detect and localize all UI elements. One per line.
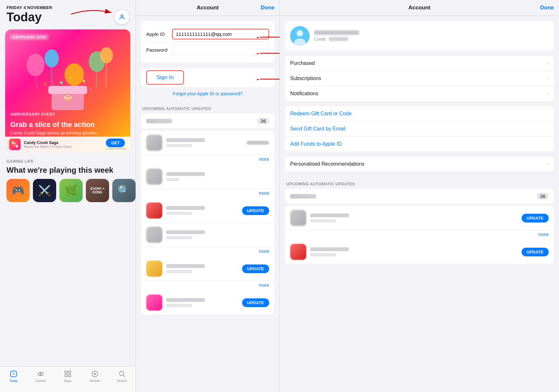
right-panel-content: Credit: Purchased › Subscriptions › Noti… — [280, 16, 559, 392]
avatar-illustration — [290, 26, 310, 46]
redeem-gift-card-link[interactable]: Redeem Gift Card or Code — [285, 106, 554, 121]
right-app-info-2 — [310, 247, 518, 256]
tab-today-label: Today — [9, 379, 18, 383]
chevron-icon-notifications: › — [547, 91, 549, 97]
more-link-4[interactable]: more — [259, 283, 269, 288]
apple-id-label: Apple ID — [146, 31, 172, 37]
svg-text:🎂: 🎂 — [62, 90, 74, 101]
update-item-6: UPDATE — [141, 291, 274, 315]
left-panel: FRIDAY 4 NOVEMBER Today HAPPENING NOW — [0, 0, 136, 392]
svg-point-0 — [121, 15, 123, 17]
personalised-section: Personalised Recommendations › — [285, 157, 554, 171]
apple-id-row: Apple ID — [146, 26, 269, 42]
middle-done-button[interactable]: Done — [261, 5, 275, 11]
send-gift-card-link[interactable]: Send Gift Card by Email — [285, 121, 554, 137]
right-update-button-2[interactable]: UPDATE — [522, 248, 549, 256]
apple-id-input[interactable] — [172, 29, 269, 39]
game-icon-5[interactable]: 🔍 — [112, 179, 136, 202]
password-input[interactable] — [172, 45, 269, 55]
update-button-1[interactable]: UPDATE — [242, 206, 269, 215]
svg-rect-22 — [65, 371, 67, 373]
get-button[interactable]: GET — [106, 139, 125, 147]
update-item-2 — [141, 165, 274, 189]
app-store-header: FRIDAY 4 NOVEMBER Today — [0, 0, 136, 27]
more-link-2[interactable]: more — [259, 191, 269, 196]
game-icon-1[interactable]: 🎮 — [6, 179, 30, 202]
svg-rect-23 — [68, 371, 71, 373]
right-header: Account Done — [280, 0, 559, 16]
update-button-2[interactable]: UPDATE — [242, 264, 269, 273]
arcade-icon — [91, 370, 99, 378]
right-updates-list: UPDATE more UPDATE — [285, 206, 554, 264]
right-updates-header: UPCOMING AUTOMATIC UPDATES — [280, 177, 559, 189]
user-info: Credit: — [314, 30, 549, 42]
app-info-1 — [166, 138, 243, 147]
user-section: Credit: — [285, 21, 554, 51]
update-count: 36 — [257, 118, 269, 124]
updates-header-row: 36 — [141, 114, 274, 128]
svg-point-17 — [89, 88, 91, 90]
more-link-3[interactable]: more — [259, 249, 269, 254]
game-icon-2[interactable]: ⚔️ — [33, 179, 56, 202]
right-done-button[interactable]: Done — [540, 5, 554, 11]
menu-item-purchased[interactable]: Purchased › — [285, 56, 554, 71]
right-update-item-1: UPDATE — [285, 206, 554, 230]
tab-search[interactable]: Search — [108, 370, 136, 383]
tab-apps[interactable]: Apps — [54, 370, 81, 383]
svg-rect-24 — [65, 375, 67, 377]
credit-row: Credit: — [314, 37, 549, 42]
app-icon: 🍬 — [9, 139, 21, 150]
add-funds-link[interactable]: Add Funds to Apple ID — [285, 137, 554, 151]
event-title: Grab a slice of the action — [10, 120, 125, 129]
purchased-label: Purchased — [290, 60, 547, 66]
tab-today[interactable]: T Today — [0, 370, 27, 383]
svg-point-18 — [65, 63, 84, 86]
avatar — [290, 26, 310, 46]
update-item-4 — [141, 223, 274, 247]
game-icons-row: 🎮 ⚔️ 🌿 EVONY × KONG 🔍 — [0, 179, 136, 202]
gaming-section-title: What we're playing this week — [0, 165, 136, 179]
app-card-bottom: 🍬 Candy Crush Saga Master the Match 3 Pu… — [5, 137, 130, 152]
account-button[interactable] — [115, 10, 129, 24]
credit-label: Credit: — [314, 37, 326, 42]
menu-section: Purchased › Subscriptions › Notification… — [285, 56, 554, 101]
menu-item-subscriptions[interactable]: Subscriptions › — [285, 71, 554, 86]
personalised-recommendations[interactable]: Personalised Recommendations › — [285, 157, 554, 171]
password-label: Password — [146, 47, 172, 53]
right-panel: Account Done Credit: — [280, 0, 559, 392]
middle-panel-title: Account — [197, 5, 219, 11]
right-update-count: 36 — [537, 193, 549, 200]
today-icon: T — [9, 370, 18, 378]
search-icon — [118, 370, 126, 378]
sign-in-button[interactable]: Sign In — [146, 70, 184, 85]
svg-point-27 — [119, 371, 124, 376]
update-item-1 — [141, 131, 274, 155]
app-info: Candy Crush Saga Master the Match 3 Puzz… — [24, 140, 103, 149]
user-name — [314, 30, 359, 35]
tab-arcade[interactable]: Arcade — [81, 370, 108, 383]
middle-panel: Account Done Apple ID Password — [136, 0, 280, 392]
svg-point-13 — [44, 83, 47, 86]
subscriptions-label: Subscriptions — [290, 76, 547, 81]
date-label: FRIDAY 4 NOVEMBER — [6, 5, 129, 10]
svg-rect-25 — [68, 375, 71, 377]
featured-card[interactable]: HAPPENING NOW 🎂 — [5, 29, 130, 152]
right-more-link-1[interactable]: more — [538, 232, 549, 237]
person-icon — [118, 14, 126, 21]
game-icon-3[interactable]: 🌿 — [59, 179, 83, 202]
game-icon-4[interactable]: EVONY × KONG — [86, 179, 109, 202]
menu-item-notifications[interactable]: Notifications › — [285, 86, 554, 101]
right-panel-title: Account — [409, 5, 431, 11]
gaming-section-label: GAMING LIFE — [0, 155, 136, 165]
forgot-password-link[interactable]: Forgot your Apple ID or password? — [136, 88, 280, 101]
tab-apps-label: Apps — [64, 379, 72, 383]
more-link-1[interactable]: more — [259, 157, 269, 162]
right-update-button-1[interactable]: UPDATE — [522, 214, 549, 222]
app-desc: Master the Match 3 Puzzle Game — [24, 145, 103, 149]
tab-games[interactable]: Games — [27, 370, 54, 383]
apps-icon — [64, 370, 72, 378]
updates-section-header: UPCOMING AUTOMATIC UPDATES — [136, 101, 280, 114]
right-app-info-1 — [310, 213, 518, 222]
update-button-3[interactable]: UPDATE — [242, 298, 269, 307]
svg-line-28 — [123, 375, 125, 377]
